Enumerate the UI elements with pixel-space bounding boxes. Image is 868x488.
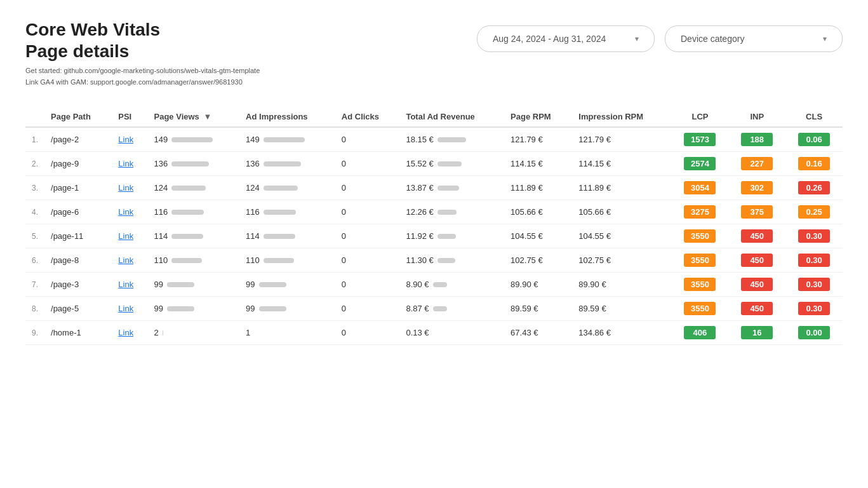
total-ad-revenue-bar [433,306,447,311]
total-ad-revenue-bar [437,234,456,239]
row-num: 7. [25,273,44,297]
table-row: 2. /page-9 Link 136 136 0 15.52 € 114.15… [25,152,843,176]
page-views-bar [167,306,194,311]
total-ad-revenue-value: 0.13 € [406,328,429,337]
date-filter-label: Aug 24, 2024 - Aug 31, 2024 [493,34,606,44]
title-block: Core Web Vitals Page details Get started… [25,19,260,88]
lcp-cell: 2574 [672,152,729,176]
total-ad-revenue-cell: 8.90 € [399,273,504,297]
table-row: 6. /page-8 Link 110 110 0 11.30 € 102.75… [25,248,843,273]
psi-link[interactable]: Link [118,159,133,168]
cls-cell: 0.26 [785,176,843,200]
psi-link[interactable]: Link [118,135,133,144]
inp-cell: 450 [728,273,785,297]
page-path-cell: /page-5 [44,297,112,321]
device-filter-label: Device category [681,34,744,44]
cls-cell: 0.30 [785,224,843,248]
page-rpm-cell: 111.89 € [504,176,572,200]
psi-link[interactable]: Link [118,183,133,193]
psi-cell[interactable]: Link [112,127,147,152]
cls-value: 0.00 [798,326,830,339]
lcp-value: 2574 [684,157,716,170]
ad-impressions-bar [264,234,295,239]
page-views-bar [171,137,213,142]
total-ad-revenue-cell: 12.26 € [399,200,504,224]
page-views-cell: 2 [148,321,240,345]
sort-indicator-page-views: ▼ [203,112,211,121]
cls-cell: 0.00 [785,321,843,345]
psi-link[interactable]: Link [118,231,133,241]
psi-cell[interactable]: Link [112,321,147,345]
total-ad-revenue-value: 12.26 € [406,207,433,217]
psi-link[interactable]: Link [118,328,133,337]
cls-cell: 0.30 [785,297,843,321]
cls-value: 0.25 [798,205,830,219]
psi-cell[interactable]: Link [112,200,147,224]
ad-impressions-cell: 110 [239,248,335,273]
page-views-bar [163,330,163,336]
psi-cell[interactable]: Link [112,297,147,321]
ad-clicks-cell: 0 [335,273,400,297]
lcp-value: 1573 [684,133,716,146]
page-views-bar [171,258,202,263]
ad-clicks-cell: 0 [335,297,400,321]
ad-impressions-cell: 99 [239,273,335,297]
psi-link[interactable]: Link [118,255,133,265]
col-header-page-views[interactable]: Page Views ▼ [148,107,240,127]
psi-link[interactable]: Link [118,207,133,217]
page-views-bar [171,210,204,215]
data-table-container: Page Path PSI Page Views ▼ Ad Impression… [25,107,843,345]
page-path-cell: /page-9 [44,152,112,176]
total-ad-revenue-bar [437,161,462,166]
row-num: 4. [25,200,44,224]
lcp-cell: 1573 [672,127,729,152]
page-views-value: 2 [154,328,159,337]
psi-cell[interactable]: Link [112,224,147,248]
col-header-num [25,107,44,127]
psi-cell[interactable]: Link [112,176,147,200]
lcp-value: 3550 [684,278,716,291]
inp-cell: 188 [728,127,785,152]
page-views-value: 124 [154,183,168,193]
page-views-value: 116 [154,207,168,217]
ad-impressions-cell: 116 [239,200,335,224]
cls-value: 0.06 [798,133,830,146]
psi-link[interactable]: Link [118,304,133,313]
ad-impressions-bar [259,306,286,311]
lcp-cell: 3550 [672,297,729,321]
ad-clicks-cell: 0 [335,152,400,176]
psi-cell[interactable]: Link [112,273,147,297]
ad-impressions-bar [264,210,296,215]
total-ad-revenue-cell: 8.87 € [399,297,504,321]
page-rpm-cell: 104.55 € [504,224,572,248]
row-num: 3. [25,176,44,200]
device-filter-dropdown[interactable]: Device category ▾ [665,25,843,52]
page-views-cell: 124 [148,176,240,200]
ad-clicks-cell: 0 [335,127,400,152]
cls-value: 0.26 [798,181,830,194]
page-path-cell: /page-11 [44,224,112,248]
col-header-cls: CLS [785,107,843,127]
lcp-value: 3550 [684,254,716,267]
impression-rpm-cell: 114.15 € [572,152,671,176]
lcp-cell: 3550 [672,248,729,273]
impression-rpm-cell: 134.86 € [572,321,671,345]
cls-cell: 0.06 [785,127,843,152]
total-ad-revenue-value: 13.87 € [406,183,433,193]
date-filter-dropdown[interactable]: Aug 24, 2024 - Aug 31, 2024 ▾ [477,25,655,52]
psi-link[interactable]: Link [118,280,133,289]
ad-impressions-bar [259,282,286,287]
row-num: 9. [25,321,44,345]
table-row: 7. /page-3 Link 99 99 0 8.90 € 89.90 € 8… [25,273,843,297]
ad-impressions-bar [264,137,305,142]
page-views-value: 110 [154,255,168,265]
page-rpm-cell: 105.66 € [504,200,572,224]
page-views-cell: 136 [148,152,240,176]
total-ad-revenue-bar [437,186,459,191]
total-ad-revenue-cell: 18.15 € [399,127,504,152]
page-title: Core Web Vitals Page details [25,19,260,62]
psi-cell[interactable]: Link [112,152,147,176]
row-num: 1. [25,127,44,152]
cls-value: 0.30 [798,254,830,267]
psi-cell[interactable]: Link [112,248,147,273]
